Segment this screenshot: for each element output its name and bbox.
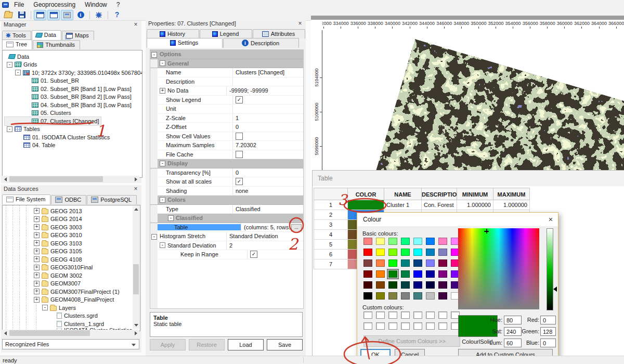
basic-colour-swatch[interactable] (363, 270, 372, 278)
hue-input[interactable]: 80 (504, 316, 522, 324)
custom-colour-swatch[interactable] (401, 322, 410, 330)
tab-settings[interactable]: Settings (147, 38, 223, 48)
save-button[interactable] (16, 10, 28, 20)
load-button[interactable]: Load (228, 339, 264, 350)
basic-colour-swatch[interactable] (388, 292, 397, 300)
show-info-button[interactable] (74, 10, 87, 20)
custom-colour-swatch[interactable] (401, 311, 410, 319)
row-number-cell[interactable]: 7 (314, 259, 348, 269)
colour-dialog-titlebar[interactable]: Colour (357, 213, 558, 226)
red-input[interactable]: 0 (540, 316, 556, 324)
basic-colour-swatch[interactable] (363, 249, 372, 256)
basic-colour-swatch[interactable] (438, 292, 447, 300)
close-icon[interactable]: × (549, 215, 553, 224)
file-cache-checkbox[interactable] (236, 151, 243, 158)
property-row-show-cell-values[interactable]: Show Cell Values (150, 132, 303, 141)
histogram-stretch-value[interactable]: Standard Deviation (226, 232, 303, 241)
z-offset-value[interactable]: 0 (232, 123, 303, 132)
basic-colour-swatch[interactable] (438, 281, 447, 289)
basic-colour-swatch[interactable] (376, 238, 385, 245)
horizontal-scrollbar[interactable] (2, 176, 139, 183)
property-row-name[interactable]: NameClusters [Changed] (150, 68, 303, 77)
expand-icon[interactable] (34, 297, 40, 303)
custom-colour-swatch[interactable] (438, 322, 447, 330)
property-row-keep-in-range[interactable]: Keep in Range (150, 250, 303, 259)
tree-item-tables[interactable]: Tables (5, 125, 142, 134)
tab-thumbnails[interactable]: Thumbnails (33, 40, 80, 49)
description-cell[interactable]: Con. Forest (422, 200, 457, 210)
basic-colour-swatch[interactable] (413, 238, 422, 245)
basic-colour-swatch[interactable] (438, 270, 447, 278)
expand-icon[interactable] (34, 265, 40, 270)
custom-colour-swatch[interactable] (426, 311, 435, 319)
transparency-value[interactable]: 0 (232, 168, 303, 177)
basic-colour-swatch[interactable] (363, 238, 372, 245)
tree-item-layers-folder[interactable]: Layers (3, 304, 140, 312)
basic-colour-swatch[interactable] (401, 270, 410, 278)
tree-item-data[interactable]: Data (5, 53, 142, 61)
tree-item-grids[interactable]: Grids (5, 61, 142, 69)
expand-icon[interactable] (160, 88, 165, 94)
basic-colour-swatch[interactable] (376, 259, 385, 267)
tab-tools[interactable]: Tools (2, 31, 31, 40)
property-group-classified[interactable]: Classified (150, 214, 303, 223)
row-number-cell[interactable]: 5 (314, 240, 348, 250)
collapse-icon[interactable] (168, 215, 174, 221)
property-group-colors[interactable]: Colors (150, 196, 303, 205)
close-icon[interactable]: × (132, 185, 139, 193)
tab-data[interactable]: Data (32, 30, 61, 40)
tree-item-table[interactable]: 01. ISODATA Cluster Statistics (5, 133, 142, 141)
no-data-value[interactable]: -99999; -99999 (226, 86, 303, 95)
color-cell[interactable] (348, 200, 384, 210)
custom-colour-swatch[interactable] (376, 322, 385, 330)
table-row[interactable]: 1 Cluster 1 Con. Forest 1.000000 1.00000… (314, 200, 530, 210)
show-at-all-scales-checkbox[interactable] (236, 178, 243, 185)
property-row-maximum-samples[interactable]: Maximum Samples7.20302 (150, 141, 303, 150)
basic-colour-swatch[interactable] (376, 292, 385, 300)
tree-item-grid[interactable]: 05. Clusters (5, 109, 142, 118)
show-legend-checkbox[interactable] (236, 96, 243, 103)
luminance-slider[interactable] (547, 228, 553, 310)
property-row-z-offset[interactable]: Z-Offset0 (150, 123, 303, 132)
collapse-icon[interactable] (160, 161, 165, 166)
name-column-header[interactable]: NAME (384, 188, 422, 200)
expand-icon[interactable] (34, 240, 40, 246)
basic-colour-swatch[interactable] (363, 292, 372, 300)
basic-colour-swatch[interactable] (426, 259, 435, 267)
custom-colour-swatch[interactable] (413, 322, 422, 330)
tree-item-folder[interactable]: GEOG 2014 (3, 215, 140, 224)
scrollbar-thumb[interactable] (9, 330, 90, 336)
sat-input[interactable]: 240 (504, 327, 522, 336)
custom-colour-swatch[interactable] (388, 322, 397, 330)
maximum-column-header[interactable]: MAXIMUM (493, 188, 530, 200)
basic-colour-swatch[interactable] (426, 292, 435, 300)
collapse-icon[interactable] (7, 62, 12, 68)
property-row-no-data[interactable]: No Data-99999; -99999 (150, 86, 303, 96)
scroll-left-icon[interactable] (4, 331, 7, 335)
basic-colour-swatch[interactable] (363, 281, 372, 289)
horizontal-scrollbar[interactable] (2, 330, 139, 336)
lum-input[interactable]: 60 (504, 339, 522, 347)
basic-colour-swatch[interactable] (388, 249, 397, 256)
tree-item-folder[interactable]: GEOG 2013 (3, 207, 140, 215)
tree-item-folder[interactable]: GEOG 4108 (3, 255, 140, 264)
expand-icon[interactable] (34, 272, 40, 278)
property-row-transparency[interactable]: Transparency [%]0 (150, 168, 303, 178)
property-row-unit[interactable]: Unit (150, 105, 303, 114)
tab-file-system[interactable]: File System (2, 194, 50, 204)
collapse-icon[interactable] (160, 197, 165, 203)
scrollbar-thumb[interactable] (133, 264, 139, 294)
tree-item-grid-system[interactable]: 10; 3722x 3730y; 333985.010498x 5067804.… (5, 69, 142, 77)
help-button[interactable] (111, 10, 123, 20)
basic-colour-swatch[interactable] (401, 281, 410, 289)
scroll-right-icon[interactable] (135, 331, 137, 335)
tree-item-folder[interactable]: GEOG 3003 (3, 223, 140, 231)
basic-colour-swatch[interactable] (376, 270, 385, 278)
standard-deviation-value[interactable]: 2 (226, 241, 303, 250)
row-number-cell[interactable]: 2 (314, 210, 348, 220)
menu-window[interactable]: Window (81, 1, 111, 9)
scroll-left-icon[interactable] (4, 177, 7, 181)
basic-colour-swatch[interactable] (388, 270, 397, 278)
basic-colour-swatch[interactable] (426, 249, 435, 256)
expand-icon[interactable] (34, 224, 40, 230)
